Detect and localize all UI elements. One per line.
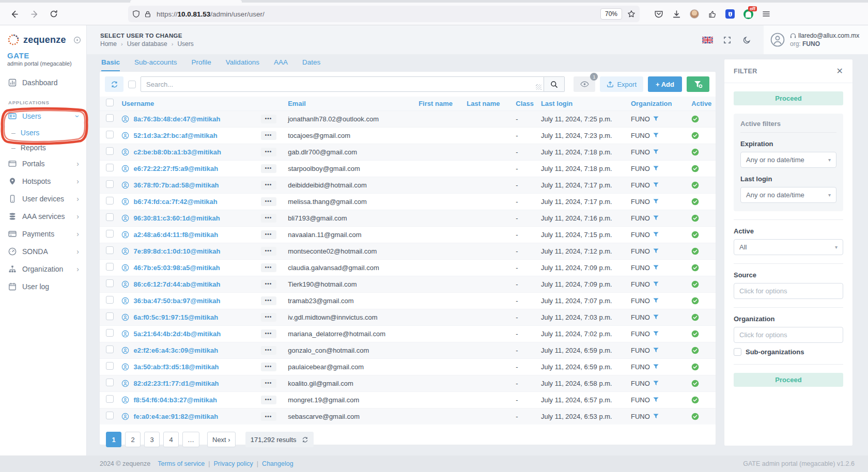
tab-sub-accounts[interactable]: Sub-accounts xyxy=(134,58,177,71)
row-checkbox[interactable] xyxy=(106,412,114,419)
username-link[interactable]: c2:be:b8:0b:a1:b3@mitikah xyxy=(133,148,221,156)
export-button[interactable]: Export xyxy=(600,76,643,92)
sidebar-item-hotspots[interactable]: Hotspots › xyxy=(0,172,86,190)
last-login-select[interactable]: Any or no date/time▾ xyxy=(740,187,836,203)
tab-basic[interactable]: Basic xyxy=(101,58,120,71)
row-actions-button[interactable]: ••• xyxy=(261,181,276,190)
account-avatar[interactable] xyxy=(690,9,699,19)
bookmark-star-icon[interactable] xyxy=(627,10,636,18)
row-actions-button[interactable]: ••• xyxy=(261,396,276,404)
forward-icon[interactable] xyxy=(26,6,42,22)
language-flag-icon[interactable] xyxy=(698,37,717,43)
sidebar-item-aaa-services[interactable]: AAA services › xyxy=(0,208,86,225)
page-button-1[interactable]: 1 xyxy=(106,432,121,447)
username-link[interactable]: f8:54:f6:04:b3:27@mitikah xyxy=(133,396,217,404)
tab-dates[interactable]: Dates xyxy=(302,58,320,71)
org-filter-funnel-icon[interactable] xyxy=(653,381,659,386)
username-link[interactable]: 5a:21:64:4b:2d:4b@mitikah xyxy=(133,330,221,338)
org-filter-funnel-icon[interactable] xyxy=(653,116,659,121)
sidebar-item-payments[interactable]: Payments › xyxy=(0,225,86,243)
org-filter-funnel-icon[interactable] xyxy=(653,364,659,369)
row-checkbox[interactable] xyxy=(106,197,114,204)
org-filter-funnel-icon[interactable] xyxy=(653,265,659,270)
row-checkbox[interactable] xyxy=(106,279,114,287)
extension-thumbs-icon[interactable] xyxy=(708,10,717,19)
row-actions-button[interactable]: ••• xyxy=(261,313,276,322)
fullscreen-icon[interactable] xyxy=(717,36,737,44)
org-filter-funnel-icon[interactable] xyxy=(653,348,659,353)
downloads-icon[interactable] xyxy=(672,10,681,19)
row-checkbox[interactable] xyxy=(106,213,114,221)
sidebar-item-dashboard[interactable]: Dashboard xyxy=(0,74,86,91)
sidebar-collapse-icon[interactable] xyxy=(73,36,81,44)
row-actions-button[interactable]: ••• xyxy=(261,346,276,355)
org-filter-funnel-icon[interactable] xyxy=(653,298,659,303)
org-filter-funnel-icon[interactable] xyxy=(653,133,659,138)
page-button-3[interactable]: 3 xyxy=(144,432,160,447)
row-actions-button[interactable]: ••• xyxy=(261,131,276,140)
sidebar-item-organization[interactable]: Organization › xyxy=(0,260,86,278)
user-menu[interactable]: llaredo@allux.com.mx org: FUNO xyxy=(764,25,868,54)
username-link[interactable]: 86:c6:12:7d:44:ab@mitikah xyxy=(133,280,220,288)
row-checkbox[interactable] xyxy=(106,263,114,271)
page-button-4[interactable]: 4 xyxy=(163,432,179,447)
toolbar-checkbox[interactable] xyxy=(128,81,136,88)
row-actions-button[interactable]: ••• xyxy=(261,164,276,173)
org-filter-funnel-icon[interactable] xyxy=(653,215,659,221)
username-link[interactable]: 8a:76:3b:48:de:47@mitikah xyxy=(133,115,220,123)
row-actions-button[interactable]: ••• xyxy=(261,363,276,371)
username-link[interactable]: 3a:50:ab:f3:d5:18@mitikah xyxy=(133,363,219,371)
row-checkbox[interactable] xyxy=(106,114,114,122)
row-actions-button[interactable]: ••• xyxy=(261,115,276,123)
search-button[interactable] xyxy=(544,76,565,92)
row-actions-button[interactable]: ••• xyxy=(261,197,276,206)
row-actions-button[interactable]: ••• xyxy=(261,214,276,223)
username-link[interactable]: 36:78:f0:7b:ad:58@mitikah xyxy=(133,181,219,189)
sidebar-item-sonda[interactable]: SONDA › xyxy=(0,243,86,260)
username-link[interactable]: 52:1d:3a:2f:bc:af@mitikah xyxy=(133,132,217,139)
username-link[interactable]: 96:30:81:c3:60:1d@mitikah xyxy=(133,214,220,222)
tab-aaa[interactable]: AAA xyxy=(274,58,288,71)
org-filter-funnel-icon[interactable] xyxy=(653,182,659,187)
refresh-button[interactable] xyxy=(105,76,123,92)
column-active[interactable]: Active xyxy=(689,97,716,111)
tab-profile[interactable]: Profile xyxy=(192,58,211,71)
sub-organizations-checkbox[interactable] xyxy=(734,348,741,356)
row-checkbox[interactable] xyxy=(106,395,114,403)
expiration-select[interactable]: Any or no date/time▾ xyxy=(740,152,836,168)
row-checkbox[interactable] xyxy=(106,312,114,320)
add-button[interactable]: + Add xyxy=(648,76,682,92)
row-actions-button[interactable]: ••• xyxy=(261,296,276,305)
org-filter-funnel-icon[interactable] xyxy=(653,414,659,419)
sidebar-item-users[interactable]: Users › xyxy=(0,107,86,125)
row-checkbox[interactable] xyxy=(106,230,114,238)
sidebar-item-user-log[interactable]: User log xyxy=(0,278,86,295)
org-filter-funnel-icon[interactable] xyxy=(653,149,659,154)
row-checkbox[interactable] xyxy=(106,147,114,155)
row-checkbox[interactable] xyxy=(106,131,114,138)
proceed-button-top[interactable]: Proceed xyxy=(734,91,843,105)
row-actions-button[interactable]: ••• xyxy=(261,263,276,272)
back-icon[interactable] xyxy=(6,6,23,22)
org-filter-funnel-icon[interactable] xyxy=(653,281,659,287)
breadcrumb-user-database[interactable]: User database xyxy=(127,40,167,48)
select-all-checkbox[interactable] xyxy=(106,99,114,106)
username-link[interactable]: e6:72:22:27:f5:a9@mitikah xyxy=(133,165,218,172)
next-page-button[interactable]: Next › xyxy=(207,432,236,447)
visibility-button[interactable]: 1 xyxy=(574,76,595,92)
sidebar-item-user-devices[interactable]: User devices › xyxy=(0,190,86,208)
page-button-ellipsis[interactable]: … xyxy=(182,432,199,447)
username-link[interactable]: e2:f2:e6:a4:3c:09@mitikah xyxy=(133,347,218,354)
tracking-shield-icon[interactable] xyxy=(132,10,140,18)
source-input[interactable] xyxy=(734,283,843,299)
row-checkbox[interactable] xyxy=(106,379,114,386)
url-bar[interactable]: https://10.0.81.53/admin/user/user/ 70% xyxy=(128,6,640,22)
org-filter-funnel-icon[interactable] xyxy=(653,232,659,237)
lock-warning-icon[interactable] xyxy=(144,10,151,18)
column-last-name[interactable]: Last name xyxy=(464,97,514,111)
ghostery-icon[interactable]: off xyxy=(743,9,753,19)
bitwarden-icon[interactable] xyxy=(725,9,735,19)
page-button-2[interactable]: 2 xyxy=(125,432,141,447)
username-link[interactable]: 36:ba:47:50:ba:97@mitikah xyxy=(133,297,220,305)
privacy-link[interactable]: Privacy policy xyxy=(213,460,253,467)
